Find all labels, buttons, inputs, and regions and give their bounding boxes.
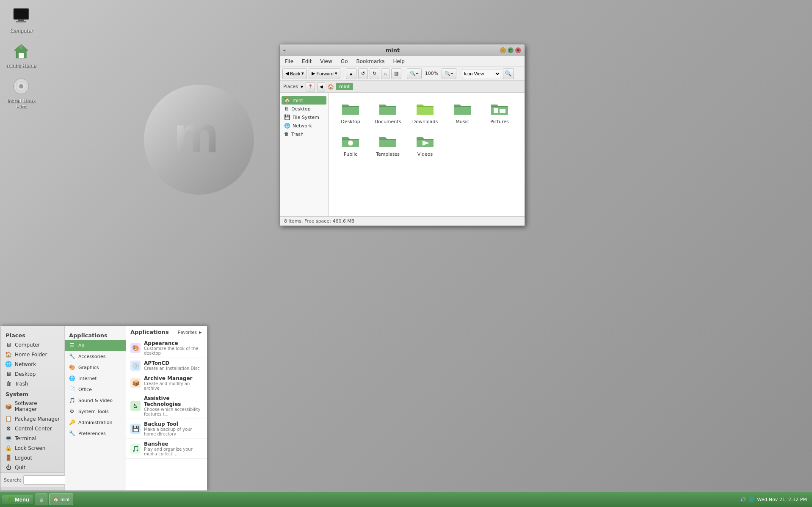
- fm-title: mint: [285, 47, 500, 53]
- fm-reload-btn[interactable]: ↺: [358, 68, 368, 79]
- cat-admin-icon: 🔑: [68, 419, 76, 426]
- file-manager-window: ◂ mint ─ □ ✕ File Edit View Go Bookmarks…: [279, 44, 525, 226]
- menu-item-control[interactable]: ⚙ Control Center: [0, 424, 64, 433]
- menu-item-home-folder[interactable]: 🏠 Home Folder: [0, 350, 64, 359]
- app-archive-manager[interactable]: 📦 Archive Manager Create and modify an a…: [126, 373, 207, 393]
- home-menu-icon: 🏠: [5, 351, 12, 358]
- app-aptoncd[interactable]: 💿 APTonCD Create an Installation Disc: [126, 358, 207, 373]
- fm-location-toggle[interactable]: 📍: [306, 82, 315, 91]
- home-icon[interactable]: mint's Home: [4, 39, 38, 70]
- fm-menu-go[interactable]: Go: [339, 58, 350, 65]
- sidebar-mint-icon: 🏠: [284, 97, 290, 103]
- fm-location-bar: Places ▾ 📍 ◀ 🏠 mint: [280, 81, 525, 93]
- cat-accessories[interactable]: 🔧 Accessories: [65, 351, 126, 362]
- fm-back-btn[interactable]: ◀ Back ▾: [282, 68, 307, 79]
- menu-item-lock[interactable]: 🔒 Lock Screen: [0, 443, 64, 453]
- fm-search-btn[interactable]: 🔍: [503, 68, 514, 79]
- file-item-templates[interactable]: Templates: [371, 130, 405, 160]
- toolbar-sep2: [404, 69, 404, 78]
- fm-split-btn[interactable]: ▥: [391, 68, 401, 79]
- app-banshee[interactable]: 🎵 Banshee Play and organize your media c…: [126, 439, 207, 459]
- app-assistive[interactable]: ♿ Assistive Technologies Choose which ac…: [126, 393, 207, 419]
- menu-item-logout[interactable]: 🚪 Logout: [0, 453, 64, 463]
- taskbar-icon-btn-1[interactable]: 🖥: [36, 493, 47, 505]
- fm-menubar: File Edit View Go Bookmarks Help: [280, 56, 525, 66]
- fm-zoom-out-btn[interactable]: 🔍−: [407, 68, 421, 79]
- file-label-documents: Documents: [375, 119, 401, 124]
- fm-menu-view[interactable]: View: [318, 58, 334, 65]
- home-path-icon: 🏠: [328, 84, 334, 90]
- assistive-icon: ♿: [130, 401, 141, 411]
- taskbar: 🌿 Menu 🖥 🏠 mint 🔊 🌐 Wed Nov 21, 2:32 PM: [0, 492, 812, 507]
- sidebar-item-desktop[interactable]: 🖥 Desktop: [282, 105, 326, 113]
- tray-network-icon[interactable]: 🌐: [748, 497, 754, 502]
- menu-item-package[interactable]: 📋 Package Manager: [0, 414, 64, 424]
- app-bluetooth[interactable]: 🔵 Bluetooth Configure Bluetooth settings: [126, 459, 207, 461]
- fm-menu-edit[interactable]: Edit: [300, 58, 313, 65]
- fm-maximize-btn[interactable]: □: [508, 47, 514, 53]
- file-item-videos[interactable]: Videos: [408, 130, 442, 160]
- cat-administration[interactable]: 🔑 Administration: [65, 417, 126, 428]
- sidebar-item-filesystem[interactable]: 💾 File System: [282, 113, 326, 121]
- fm-zoom-in-btn[interactable]: 🔍+: [442, 68, 456, 79]
- banshee-icon: 🎵: [130, 444, 141, 454]
- start-button[interactable]: 🌿 Menu: [2, 495, 34, 504]
- file-label-templates: Templates: [376, 152, 400, 157]
- file-item-music[interactable]: Music: [445, 98, 479, 127]
- computer-icon[interactable]: Computer: [4, 4, 38, 35]
- fm-view-select[interactable]: Icon View List View Compact View: [462, 69, 501, 78]
- menu-item-software[interactable]: 📦 Software Manager: [0, 399, 64, 414]
- fm-close-btn[interactable]: ✕: [515, 47, 521, 53]
- menu-item-computer[interactable]: 🖥 Computer: [0, 340, 64, 350]
- sidebar-item-network[interactable]: 🌐 Network: [282, 121, 326, 130]
- fm-places-dropdown-icon[interactable]: ▾: [301, 84, 303, 90]
- file-item-public[interactable]: Public: [334, 130, 367, 160]
- fm-menu-bookmarks[interactable]: Bookmarks: [354, 58, 386, 65]
- cat-sound-video[interactable]: 🎵 Sound & Video: [65, 395, 126, 406]
- taskbar-window-btn[interactable]: 🏠 mint: [49, 493, 73, 505]
- fm-nav-prev-btn[interactable]: ◀: [318, 82, 325, 91]
- fm-menu-file[interactable]: File: [283, 58, 295, 65]
- file-item-downloads[interactable]: Downloads: [408, 98, 442, 127]
- cat-office[interactable]: 📄 Office: [65, 384, 126, 395]
- menu-right-header: Applications Favorites ►: [126, 326, 207, 338]
- menu-item-trash[interactable]: 🗑 Trash: [0, 379, 64, 389]
- app-appearance[interactable]: 🎨 Appearance Customize the look of the d…: [126, 338, 207, 358]
- fm-minimize-btn[interactable]: ─: [500, 47, 506, 53]
- cat-internet[interactable]: 🌐 Internet: [65, 373, 126, 384]
- sidebar-item-mint[interactable]: 🏠 mint: [282, 96, 326, 105]
- file-item-desktop[interactable]: Desktop: [334, 98, 367, 127]
- svg-rect-19: [500, 109, 505, 113]
- menu-item-terminal[interactable]: 💻 Terminal: [0, 433, 64, 443]
- app-list: 🎨 Appearance Customize the look of the d…: [126, 338, 207, 461]
- fm-home-btn[interactable]: ⌂: [381, 68, 390, 79]
- cat-all[interactable]: ☰ All: [65, 340, 126, 351]
- app-backup[interactable]: 💾 Backup Tool Make a backup of your home…: [126, 419, 207, 439]
- fm-path-label[interactable]: mint: [336, 83, 353, 90]
- svg-point-21: [348, 141, 353, 146]
- cat-preferences[interactable]: 🔧 Preferences: [65, 428, 126, 439]
- computer-label: Computer: [10, 28, 33, 33]
- fm-menu-help[interactable]: Help: [392, 58, 406, 65]
- svg-rect-16: [454, 106, 471, 107]
- back-arrow-icon: ▾: [301, 71, 304, 76]
- favorites-button[interactable]: Favorites ►: [178, 330, 203, 335]
- file-item-pictures[interactable]: Pictures: [483, 98, 516, 127]
- fm-sidebar: 🏠 mint 🖥 Desktop 💾 File System 🌐 Network…: [280, 93, 329, 216]
- fm-up-btn[interactable]: ▲: [346, 68, 356, 79]
- menu-item-desktop[interactable]: 🖥 Desktop: [0, 369, 64, 379]
- svg-rect-14: [379, 106, 396, 107]
- svg-rect-18: [494, 108, 498, 113]
- install-icon[interactable]: Install Linux Mint: [4, 74, 38, 111]
- fm-zoom-level: 100%: [423, 71, 440, 76]
- menu-item-network[interactable]: 🌐 Network: [0, 359, 64, 369]
- fm-refresh-btn[interactable]: ↻: [370, 68, 379, 79]
- cat-system-tools[interactable]: ⚙ System Tools: [65, 406, 126, 417]
- sidebar-desktop-icon: 🖥: [284, 106, 289, 112]
- cat-graphics[interactable]: 🎨 Graphics: [65, 362, 126, 373]
- fm-forward-btn[interactable]: ▶ Forward ▾: [309, 68, 340, 79]
- tray-volume-icon[interactable]: 🔊: [740, 497, 746, 502]
- sidebar-item-trash[interactable]: 🗑 Trash: [282, 130, 326, 138]
- menu-item-quit[interactable]: ⏻ Quit: [0, 463, 64, 472]
- file-item-documents[interactable]: Documents: [371, 98, 405, 127]
